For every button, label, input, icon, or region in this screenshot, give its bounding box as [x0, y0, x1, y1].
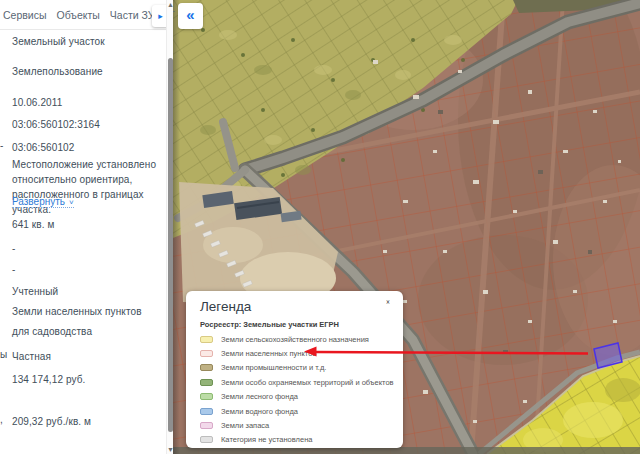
category-color-swatch [200, 436, 213, 443]
map-viewport[interactable]: « Легенда ⌄ ⌃ Росреестр: Земельные участ… [173, 0, 640, 454]
chevron-right-icon: ▸ [158, 11, 163, 21]
legend-panel: Легенда ⌄ ⌃ Росреестр: Земельные участки… [186, 291, 403, 448]
legend-item: Земли водного фонда [200, 404, 397, 418]
legend-layer-name: Росреестр: Земельные участки ЕГРН [200, 320, 339, 329]
category-color-swatch [200, 336, 213, 343]
clipped-label-fragment: - [0, 140, 3, 151]
attr-permitted-use: для садоводства [12, 324, 159, 339]
tab-parcel-parts[interactable]: Части ЗУ [110, 9, 155, 21]
attr-land-category: Земли населенных пунктов [12, 304, 159, 319]
double-chevron-left-icon: « [186, 6, 194, 23]
category-color-swatch [200, 422, 213, 429]
legend-item: Земли населенных пунктов [200, 346, 397, 360]
attr-date: 10.06.2011 [12, 95, 159, 110]
scrollbar-thumb[interactable] [168, 58, 173, 432]
object-info-panel: Сервисы Объекты Части ЗУ Состо ▸ Г Земел… [0, 0, 173, 454]
sidebar-scrollbar[interactable]: ▲ ▼ [166, 0, 173, 454]
legend-item: Земли сельскохозяйственного назначения [200, 332, 397, 346]
tab-objects[interactable]: Объекты [57, 9, 100, 21]
legend-item: Земли запаса [200, 418, 397, 432]
panel-tabs: Сервисы Объекты Части ЗУ Состо [0, 0, 173, 30]
legend-items: Земли сельскохозяйственного назначения З… [200, 332, 397, 447]
legend-item: Земли лесного фонда [200, 390, 397, 404]
attr-ownership: Частная [12, 349, 159, 364]
attr-location-description: Местоположение установлено относительно … [12, 157, 159, 217]
panel-shadow [173, 0, 180, 454]
legend-collapse-button[interactable]: ⌄ ⌃ [382, 297, 394, 307]
attr-cadastral-number: 03:06:560102:3164 [12, 117, 159, 132]
attr-area: 641 кв. м [12, 217, 159, 232]
expand-link[interactable]: Развернуть˅ [12, 196, 74, 208]
tab-services[interactable]: Сервисы [3, 9, 47, 21]
scroll-up-icon[interactable]: ▲ [167, 0, 174, 9]
chevron-up-icon: ⌃ [382, 302, 394, 307]
attr-cadastral-value: 134 174,12 руб. [12, 372, 159, 387]
category-color-swatch [200, 408, 213, 415]
attr-specific-value: 209,32 руб./кв. м [12, 414, 159, 429]
attr-status: Учтенный [12, 284, 159, 299]
category-color-swatch [200, 379, 213, 386]
clipped-label-fragment: ы [0, 349, 7, 360]
legend-item: Категория не установлена [200, 433, 397, 447]
category-color-swatch [200, 364, 213, 371]
collapse-sidebar-button[interactable]: « [178, 3, 203, 29]
attr-object-type: Земельный участок [12, 34, 159, 49]
legend-item: Земли особо охраняемых территорий и объе… [200, 375, 397, 389]
category-color-swatch [200, 350, 213, 357]
attr-quarter-number: 03:06:560102 [12, 140, 159, 155]
attr-land-use: Землепользование [12, 64, 159, 79]
legend-item: Земли промышленности и т.д. [200, 361, 397, 375]
attr-empty-1: - [12, 241, 159, 256]
legend-title: Легенда [200, 299, 251, 314]
chevron-down-icon: ˅ [69, 198, 74, 207]
attr-empty-2: - [12, 262, 159, 277]
clipped-label-fragment: , [0, 414, 3, 425]
app-window: Сервисы Объекты Части ЗУ Состо ▸ Г Земел… [0, 0, 640, 454]
category-color-swatch [200, 393, 213, 400]
scroll-down-icon[interactable]: ▼ [167, 445, 174, 454]
